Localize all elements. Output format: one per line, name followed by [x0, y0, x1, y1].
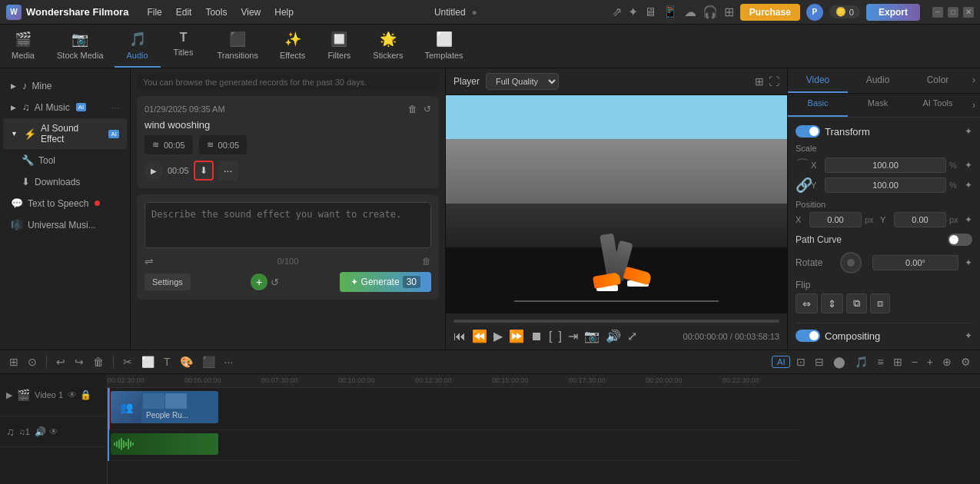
- position-keyframe[interactable]: ✦: [965, 214, 972, 225]
- sidebar-item-mine[interactable]: ▶ ♪ Mine: [3, 75, 127, 96]
- video-track-lock-icon[interactable]: 🔒: [80, 390, 91, 400]
- ai-tl-button[interactable]: AI: [772, 356, 790, 368]
- sync-icon[interactable]: ↺: [424, 104, 431, 114]
- audio-button[interactable]: 🔊: [606, 329, 621, 343]
- flip-rotate-cw-button[interactable]: ⧉: [846, 293, 867, 313]
- plus-zoom-button[interactable]: +: [924, 353, 936, 370]
- tab-color[interactable]: Color: [908, 68, 968, 93]
- sidebar-item-ai-music[interactable]: ▶ ♫ AI Music AI ···: [3, 97, 127, 118]
- scale-x-keyframe[interactable]: ✦: [965, 160, 972, 171]
- rotate-keyframe[interactable]: ✦: [965, 257, 972, 268]
- tab-stock-media[interactable]: 📷 Stock Media: [46, 25, 115, 68]
- sidebar-item-downloads[interactable]: ⬇ Downloads: [3, 171, 127, 192]
- compositing-toggle-switch[interactable]: [796, 330, 820, 342]
- crop-button[interactable]: ⬜: [138, 353, 158, 370]
- delete-button[interactable]: 🗑: [90, 353, 107, 370]
- undo-button[interactable]: ↩: [53, 353, 68, 370]
- transform-star-icon[interactable]: ✦: [965, 126, 972, 137]
- trash-icon[interactable]: 🗑: [408, 104, 417, 114]
- tab-transitions[interactable]: ⬛ Transitions: [207, 25, 269, 68]
- audio-track-speaker-icon[interactable]: 🔊: [35, 426, 46, 437]
- phone-icon[interactable]: 📱: [663, 5, 678, 19]
- audio-tl-button[interactable]: 🎵: [852, 353, 871, 370]
- snapshot-button[interactable]: 📷: [584, 329, 600, 343]
- transitions-tl-button[interactable]: ⬛: [199, 353, 218, 370]
- send-icon[interactable]: ⇗: [612, 5, 622, 19]
- sidebar-item-tool[interactable]: 🔧 Tool: [3, 150, 127, 171]
- headset-icon[interactable]: 🎧: [703, 5, 718, 19]
- split-screen-button[interactable]: ⊟: [812, 353, 827, 370]
- quality-select[interactable]: Full Quality Half Quality: [486, 73, 559, 90]
- export-button[interactable]: Export: [866, 4, 920, 21]
- mask-tl-button[interactable]: ⬤: [830, 353, 849, 370]
- tab-media[interactable]: 🎬 Media: [0, 25, 46, 68]
- mark-in-button[interactable]: [: [549, 330, 552, 343]
- clear-textarea-icon[interactable]: 🗑: [422, 256, 431, 267]
- minimize-button[interactable]: ─: [932, 7, 943, 18]
- tab-titles[interactable]: T Titles: [161, 25, 207, 68]
- text-button[interactable]: T: [161, 353, 174, 370]
- layout-button[interactable]: ⊞: [890, 353, 905, 370]
- more-options-button[interactable]: ···: [218, 161, 238, 181]
- scale-x-value[interactable]: 100.00: [825, 157, 946, 173]
- sub-tab-ai-tools[interactable]: AI Tools: [908, 94, 968, 117]
- scale-y-value[interactable]: 100.00: [825, 177, 946, 193]
- rotate-value[interactable]: 0.00°: [872, 255, 958, 270]
- skip-back-button[interactable]: ⏮: [453, 330, 466, 343]
- minus-zoom-button[interactable]: −: [909, 353, 921, 370]
- monitor-icon[interactable]: 🖥: [644, 5, 656, 19]
- more-tools-button[interactable]: ···: [221, 353, 237, 370]
- play-pause-button[interactable]: ▶: [493, 329, 503, 343]
- play-sound-button[interactable]: ▶: [145, 161, 163, 180]
- tab-video[interactable]: Video: [788, 68, 848, 93]
- path-curve-toggle[interactable]: [948, 234, 972, 246]
- tab-audio[interactable]: Audio: [848, 68, 908, 93]
- color-button[interactable]: 🎨: [177, 353, 196, 370]
- pos-x-value[interactable]: 0.00: [809, 212, 862, 227]
- menu-tools[interactable]: Tools: [199, 4, 233, 21]
- add-credits-button[interactable]: +: [251, 273, 267, 290]
- flip-vertical-button[interactable]: ⇕: [821, 293, 843, 313]
- timeline-split-view-button[interactable]: ⊞: [6, 353, 22, 370]
- close-button[interactable]: ✕: [963, 7, 974, 18]
- audio-track-eye-icon[interactable]: 👁: [49, 426, 58, 437]
- refresh-button[interactable]: ↺: [271, 277, 279, 288]
- menu-edit[interactable]: Edit: [170, 4, 198, 21]
- tab-audio[interactable]: 🎵 Audio: [115, 25, 161, 68]
- settings-button[interactable]: Settings: [145, 273, 191, 290]
- shuffle-icon[interactable]: ⇌: [145, 255, 154, 267]
- scale-y-keyframe[interactable]: ✦: [965, 180, 972, 191]
- tab-templates[interactable]: ⬜ Templates: [414, 25, 473, 68]
- subtitle-button[interactable]: ≡: [874, 353, 886, 370]
- sidebar-item-text-to-speech[interactable]: 💬 Text to Speech: [3, 193, 127, 214]
- sub-tabs-arrow[interactable]: ›: [968, 94, 980, 117]
- user-avatar[interactable]: P: [806, 4, 823, 21]
- audio-clip[interactable]: [111, 433, 218, 455]
- sidebar-item-ai-sound-effect[interactable]: ▼ ⚡ AI Sound Effect AI: [3, 118, 127, 149]
- export-clip-button[interactable]: ⇥: [568, 329, 578, 343]
- download-sound-button[interactable]: ⬇: [194, 161, 214, 181]
- grid-icon[interactable]: ⊞: [724, 5, 734, 19]
- add-track-button[interactable]: ⊕: [939, 353, 955, 370]
- tab-stickers[interactable]: 🌟 Stickers: [362, 25, 414, 68]
- pos-y-value[interactable]: 0.00: [894, 212, 946, 227]
- menu-view[interactable]: View: [234, 4, 267, 21]
- effects-icon[interactable]: ✦: [628, 5, 638, 19]
- transform-toggle-switch[interactable]: [796, 125, 820, 138]
- fullscreen-button[interactable]: ⛶: [769, 75, 779, 88]
- tab-effects[interactable]: ✨ Effects: [269, 25, 316, 68]
- stop-button[interactable]: ⏹: [530, 330, 543, 343]
- maximize-button[interactable]: □: [948, 7, 958, 18]
- timeline-magnet-button[interactable]: ⊙: [25, 353, 40, 370]
- compositing-star[interactable]: ✦: [965, 330, 972, 341]
- cut-button[interactable]: ✂: [120, 353, 135, 370]
- menu-help[interactable]: Help: [268, 4, 300, 21]
- progress-bar[interactable]: [453, 320, 779, 323]
- flip-horizontal-button[interactable]: ⇔: [796, 293, 818, 313]
- cloud-icon[interactable]: ☁: [684, 5, 696, 19]
- video-track-expand-icon[interactable]: ▶: [6, 390, 12, 400]
- sub-tab-basic[interactable]: Basic: [788, 94, 848, 117]
- video-clip[interactable]: 👥 People Ru...: [111, 391, 218, 423]
- tabs-arrow[interactable]: ›: [968, 68, 980, 93]
- mark-out-button[interactable]: ]: [558, 330, 561, 343]
